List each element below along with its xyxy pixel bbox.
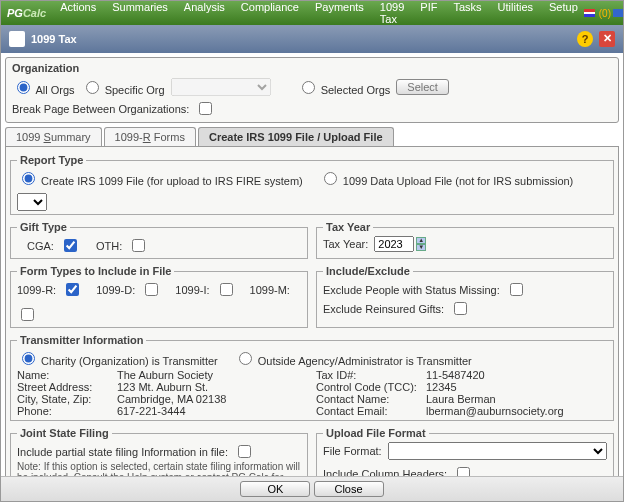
tx-csz-v: Cambridge, MA 02138 <box>117 393 226 405</box>
tx-cemail-k: Contact Email: <box>316 405 426 417</box>
exclude-missing-label: Exclude People with Status Missing: <box>323 284 500 296</box>
form-1099r-checkbox[interactable] <box>66 283 79 296</box>
nav-compliance[interactable]: Compliance <box>235 0 305 28</box>
organization-panel: Organization All Orgs Specific Org Selec… <box>5 57 619 123</box>
form-area: Report Type Create IRS 1099 File (for up… <box>5 147 619 502</box>
org-all-radio[interactable] <box>17 81 30 94</box>
break-page-checkbox[interactable] <box>199 102 212 115</box>
gift-cga-label: CGA: <box>27 240 54 252</box>
nav-summaries[interactable]: Summaries <box>106 0 174 28</box>
form-1099i-checkbox[interactable] <box>220 283 233 296</box>
org-all-label: All Orgs <box>35 84 74 96</box>
doc-icon[interactable] <box>613 9 624 17</box>
transmitter-charity-option[interactable]: Charity (Organization) is Transmitter <box>17 349 218 367</box>
tab-create-irs-file[interactable]: Create IRS 1099 File / Upload File <box>198 127 394 146</box>
tx-tcc-k: Control Code (TCC): <box>316 381 426 393</box>
report-type-a-label: Create IRS 1099 File (for upload to IRS … <box>41 175 303 187</box>
report-type-a[interactable]: Create IRS 1099 File (for upload to IRS … <box>17 169 303 187</box>
tx-cname-k: Contact Name: <box>316 393 426 405</box>
include-exclude-section: Include/Exclude Exclude People with Stat… <box>316 265 614 328</box>
transmitter-section: Transmitter Information Charity (Organiz… <box>10 334 614 421</box>
gift-cga-checkbox[interactable] <box>64 239 77 252</box>
nav-payments[interactable]: Payments <box>309 0 370 28</box>
nav-setup[interactable]: Setup <box>543 0 584 28</box>
tx-phone-k: Phone: <box>17 405 117 417</box>
form-1099d-label: 1099-D: <box>96 284 135 296</box>
tx-cname-v: Laura Berman <box>426 393 496 405</box>
jsf-label: Include partial state filing Information… <box>17 446 228 458</box>
gift-type-legend: Gift Type <box>17 221 70 233</box>
tax-year-legend: Tax Year <box>323 221 373 233</box>
app-window: PGCalc Actions Summaries Analysis Compli… <box>0 0 624 502</box>
nav-pif[interactable]: PIF <box>414 0 443 28</box>
tx-tcc-v: 12345 <box>426 381 457 393</box>
report-type-b-label: 1099 Data Upload File (not for IRS submi… <box>343 175 574 187</box>
tx-csz-k: City, State, Zip: <box>17 393 117 405</box>
transmitter-outside-label: Outside Agency/Administrator is Transmit… <box>258 355 472 367</box>
form-1099m-checkbox[interactable] <box>21 308 34 321</box>
gift-type-section: Gift Type CGA: OTH: <box>10 221 308 259</box>
org-select-button[interactable]: Select <box>396 79 449 95</box>
nav-status-area: (0) (0) <box>584 8 624 19</box>
tx-cemail-v: lberman@auburnsociety.org <box>426 405 564 417</box>
exclude-reinsured-checkbox[interactable] <box>454 302 467 315</box>
form-types-section: Form Types to Include in File 1099-R: 10… <box>10 265 308 328</box>
tx-taxid-k: Tax ID#: <box>316 369 426 381</box>
tx-phone-v: 617-221-3444 <box>117 405 186 417</box>
org-specific-option[interactable]: Specific Org <box>81 78 165 96</box>
form-1099m-label: 1099-M: <box>250 284 290 296</box>
transmitter-legend: Transmitter Information <box>17 334 146 346</box>
exclude-reinsured-label: Exclude Reinsured Gifts: <box>323 303 444 315</box>
spin-down-icon[interactable]: ▼ <box>416 244 426 251</box>
transmitter-outside-radio[interactable] <box>239 352 252 365</box>
transmitter-charity-radio[interactable] <box>22 352 35 365</box>
include-exclude-legend: Include/Exclude <box>323 265 413 277</box>
tax-year-input[interactable] <box>374 236 414 252</box>
tabs: 1099 Summary 1099-R Forms Create IRS 109… <box>5 127 619 147</box>
report-type-b[interactable]: 1099 Data Upload File (not for IRS submi… <box>319 169 574 187</box>
tax-year-section: Tax Year Tax Year: ▲▼ <box>316 221 614 259</box>
nav-utilities[interactable]: Utilities <box>492 0 539 28</box>
jsf-checkbox[interactable] <box>238 445 251 458</box>
org-specific-radio[interactable] <box>86 81 99 94</box>
report-type-b-radio[interactable] <box>324 172 337 185</box>
tx-name-k: Name: <box>17 369 117 381</box>
file-format-label: File Format: <box>323 445 382 457</box>
tax-year-spinner[interactable]: ▲▼ <box>416 237 426 251</box>
nav-1099-tax[interactable]: 1099 Tax <box>374 0 410 28</box>
spin-up-icon[interactable]: ▲ <box>416 237 426 244</box>
form-1099d-checkbox[interactable] <box>145 283 158 296</box>
nav-analysis[interactable]: Analysis <box>178 0 231 28</box>
break-page-label: Break Page Between Organizations: <box>12 103 189 115</box>
org-all-option[interactable]: All Orgs <box>12 78 75 96</box>
ok-button[interactable]: OK <box>240 481 310 497</box>
file-format-select[interactable] <box>388 442 607 460</box>
report-type-a-radio[interactable] <box>22 172 35 185</box>
org-selected-option[interactable]: Selected Orgs <box>297 78 391 96</box>
main-navbar: PGCalc Actions Summaries Analysis Compli… <box>1 1 623 25</box>
nav-actions[interactable]: Actions <box>54 0 102 28</box>
tab-1099r-forms[interactable]: 1099-R Forms <box>104 127 196 146</box>
close-button[interactable]: Close <box>314 481 384 497</box>
gift-oth-checkbox[interactable] <box>132 239 145 252</box>
org-selected-radio[interactable] <box>302 81 315 94</box>
form-1099i-label: 1099-I: <box>175 284 209 296</box>
help-icon[interactable]: ? <box>577 31 593 47</box>
tx-name-v: The Auburn Society <box>117 369 213 381</box>
dialog-footer: OK Close <box>1 476 623 501</box>
close-icon[interactable]: ✕ <box>599 31 615 47</box>
transmitter-outside-option[interactable]: Outside Agency/Administrator is Transmit… <box>234 349 472 367</box>
org-specific-select[interactable] <box>171 78 271 96</box>
report-type-legend: Report Type <box>17 154 86 166</box>
nav-count-a: (0) <box>599 8 611 19</box>
dialog-title: 1099 Tax <box>31 33 77 45</box>
report-type-extra-select[interactable] <box>17 193 47 211</box>
tx-taxid-v: 11-5487420 <box>426 369 485 381</box>
exclude-missing-checkbox[interactable] <box>510 283 523 296</box>
organization-legend: Organization <box>12 62 612 74</box>
nav-tasks[interactable]: Tasks <box>447 0 487 28</box>
form-1099r-label: 1099-R: <box>17 284 56 296</box>
tab-1099-summary[interactable]: 1099 Summary <box>5 127 102 146</box>
brand-pg: PG <box>7 7 23 19</box>
flag-icon[interactable] <box>584 9 595 17</box>
